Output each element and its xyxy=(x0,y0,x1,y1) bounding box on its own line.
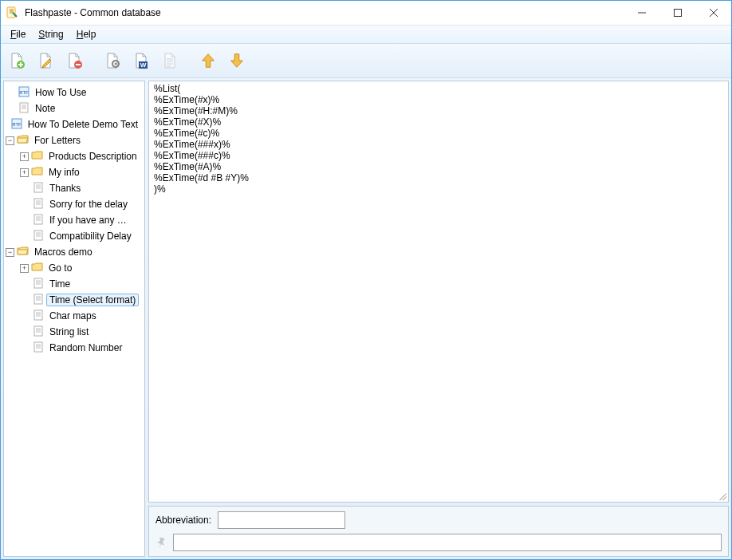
menubar: File String Help xyxy=(1,26,731,44)
tree-item-how-to-use[interactable]: RTF How To Use xyxy=(6,85,144,101)
app-icon xyxy=(6,6,18,19)
word-export-button[interactable]: W xyxy=(128,48,154,73)
svg-text:RTF: RTF xyxy=(12,122,22,127)
tree-item-char-maps[interactable]: Char maps xyxy=(20,308,144,324)
svg-text:W: W xyxy=(140,61,147,69)
tree-item-string-list[interactable]: String list xyxy=(20,324,144,340)
note-icon xyxy=(33,341,44,355)
svg-rect-2 xyxy=(674,10,681,17)
tree-item-for-letters[interactable]: − For Letters xyxy=(6,132,144,148)
folder-open-icon xyxy=(17,134,29,147)
pin-input[interactable] xyxy=(173,534,722,551)
move-up-button[interactable] xyxy=(195,48,221,73)
note-icon xyxy=(33,294,44,307)
menu-file[interactable]: File xyxy=(4,27,32,41)
note-icon xyxy=(33,214,44,227)
menu-string[interactable]: String xyxy=(32,27,69,41)
maximize-icon xyxy=(674,9,682,17)
close-icon xyxy=(710,9,718,17)
tree-item-compat[interactable]: Compatibility Delay xyxy=(20,228,144,244)
svg-rect-22 xyxy=(34,342,42,352)
file-pencil-icon xyxy=(36,51,55,70)
tree-item-time[interactable]: Time xyxy=(20,276,144,292)
minimize-button[interactable] xyxy=(624,2,659,25)
folder-icon xyxy=(31,166,43,179)
svg-rect-15 xyxy=(34,199,42,208)
text-button[interactable] xyxy=(157,48,183,73)
tree-item-my-info[interactable]: + My info xyxy=(20,164,144,180)
expand-toggle[interactable]: + xyxy=(20,168,29,177)
note-icon xyxy=(33,230,44,243)
svg-rect-21 xyxy=(34,326,42,336)
toolbar: W xyxy=(1,44,731,78)
tree-item-go-to[interactable]: + Go to xyxy=(20,260,144,276)
svg-rect-11 xyxy=(20,103,28,112)
maximize-button[interactable] xyxy=(659,2,695,25)
window-title: Flashpaste - Common database xyxy=(23,7,624,18)
content-editor[interactable]: %List( %ExTime(#x)% %ExTime(#H:#M)% %ExT… xyxy=(148,81,729,503)
file-word-icon: W xyxy=(132,51,151,70)
delete-note-button[interactable] xyxy=(61,48,87,73)
note-icon xyxy=(33,198,44,211)
app-window: Flashpaste - Common database File String… xyxy=(0,0,732,560)
rtf-icon: RTF xyxy=(18,86,30,100)
tree-item-products-desc[interactable]: + Products Description xyxy=(20,148,144,164)
tree-item-random-number[interactable]: Random Number xyxy=(20,340,144,356)
svg-rect-19 xyxy=(34,294,42,304)
tree-item-thanks[interactable]: Thanks xyxy=(20,180,144,196)
tree-item-note[interactable]: Note xyxy=(6,101,144,116)
note-icon xyxy=(33,325,44,339)
body-area: RTF How To Use Note RTF How To De xyxy=(1,78,731,559)
new-note-button[interactable] xyxy=(4,48,30,73)
svg-rect-17 xyxy=(34,231,42,240)
note-icon xyxy=(33,182,44,195)
move-down-button[interactable] xyxy=(224,48,250,73)
abbreviation-input[interactable] xyxy=(218,511,345,529)
svg-rect-20 xyxy=(34,310,42,320)
abbreviation-label: Abbreviation: xyxy=(155,515,211,526)
pin-icon[interactable] xyxy=(155,536,167,550)
arrow-down-icon xyxy=(228,52,246,69)
file-text-icon xyxy=(160,51,179,70)
settings-button[interactable] xyxy=(100,48,125,73)
svg-text:RTF: RTF xyxy=(19,90,29,95)
svg-rect-16 xyxy=(34,215,42,224)
arrow-up-icon xyxy=(199,52,217,69)
svg-point-6 xyxy=(115,63,117,65)
svg-rect-14 xyxy=(34,183,42,192)
tree-item-macros-demo[interactable]: − Macros demo xyxy=(6,244,144,260)
minimize-icon xyxy=(638,9,646,17)
folder-open-icon xyxy=(17,246,29,258)
note-icon xyxy=(18,102,30,116)
file-plus-icon xyxy=(7,51,26,70)
collapse-toggle[interactable]: − xyxy=(6,136,14,145)
note-icon xyxy=(33,310,44,323)
tree-item-sorry[interactable]: Sorry for the delay xyxy=(20,196,144,212)
folder-icon xyxy=(31,262,43,274)
titlebar: Flashpaste - Common database xyxy=(1,1,731,26)
right-side: %List( %ExTime(#x)% %ExTime(#H:#M)% %ExT… xyxy=(148,81,729,557)
tree-item-time-select[interactable]: Time (Select format) xyxy=(20,292,144,308)
tree-item-if-you[interactable]: If you have any … xyxy=(20,212,144,228)
note-icon xyxy=(33,278,44,291)
file-minus-icon xyxy=(65,51,84,70)
expand-toggle[interactable]: + xyxy=(20,152,29,161)
close-button[interactable] xyxy=(695,2,731,25)
folder-icon xyxy=(31,150,43,163)
svg-rect-18 xyxy=(34,278,42,288)
file-gear-icon xyxy=(103,51,122,70)
bottom-panel: Abbreviation: xyxy=(148,506,729,557)
menu-help[interactable]: Help xyxy=(70,27,103,41)
collapse-toggle[interactable]: − xyxy=(6,248,14,257)
expand-toggle[interactable]: + xyxy=(20,264,29,273)
tree-panel[interactable]: RTF How To Use Note RTF How To De xyxy=(3,81,145,557)
rtf-icon: RTF xyxy=(11,118,22,132)
tree-item-how-to-delete[interactable]: RTF How To Delete Demo Text xyxy=(6,116,144,132)
tree-root: RTF How To Use Note RTF How To De xyxy=(6,85,144,356)
edit-note-button[interactable] xyxy=(33,48,58,73)
